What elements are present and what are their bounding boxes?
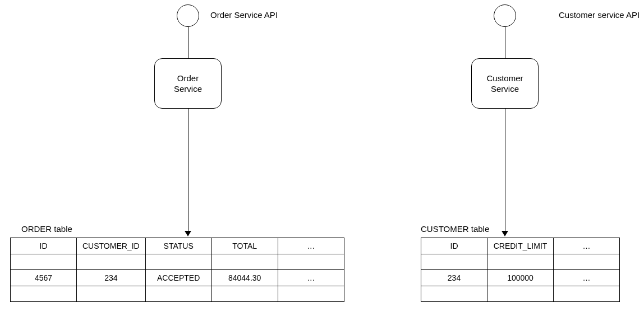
table-row bbox=[421, 286, 620, 302]
table-row bbox=[421, 254, 620, 270]
customer-cell-more: … bbox=[554, 270, 620, 286]
order-header-status: STATUS bbox=[145, 238, 211, 254]
order-api-connector bbox=[188, 27, 188, 58]
order-api-label: Order Service API bbox=[210, 10, 278, 20]
order-cell-id: 4567 bbox=[11, 270, 77, 286]
customer-cell-id: 234 bbox=[421, 270, 487, 286]
customer-table-title: CUSTOMER table bbox=[421, 224, 489, 234]
order-service-box: Order Service bbox=[154, 58, 222, 109]
order-header-total: TOTAL bbox=[211, 238, 278, 254]
order-cell-more: … bbox=[278, 270, 344, 286]
customer-api-lollipop-icon bbox=[494, 4, 516, 27]
customer-header-more: … bbox=[554, 238, 620, 254]
order-cell-total: 84044.30 bbox=[211, 270, 278, 286]
order-header-id: ID bbox=[11, 238, 77, 254]
order-table-title: ORDER table bbox=[21, 224, 72, 234]
customer-api-label: Customer service API bbox=[559, 10, 640, 20]
customer-service-box: Customer Service bbox=[471, 58, 539, 109]
table-header-row: ID CREDIT_LIMIT … bbox=[421, 238, 620, 254]
order-table: ID CUSTOMER_ID STATUS TOTAL … 4567 234 A… bbox=[10, 238, 344, 302]
table-row bbox=[11, 254, 344, 270]
customer-table: ID CREDIT_LIMIT … 234 100000 … bbox=[421, 238, 620, 302]
order-header-more: … bbox=[278, 238, 344, 254]
order-api-lollipop-icon bbox=[177, 4, 199, 27]
customer-header-id: ID bbox=[421, 238, 487, 254]
table-row bbox=[11, 286, 344, 302]
order-service-to-table-arrowhead bbox=[185, 231, 191, 236]
customer-cell-credit-limit: 100000 bbox=[487, 270, 554, 286]
order-cell-customer-id: 234 bbox=[77, 270, 146, 286]
customer-service-to-table-line bbox=[505, 109, 505, 231]
customer-header-credit-limit: CREDIT_LIMIT bbox=[487, 238, 554, 254]
table-row: 234 100000 … bbox=[421, 270, 620, 286]
customer-api-connector bbox=[505, 27, 505, 58]
order-cell-status: ACCEPTED bbox=[145, 270, 211, 286]
table-row: 4567 234 ACCEPTED 84044.30 … bbox=[11, 270, 344, 286]
table-header-row: ID CUSTOMER_ID STATUS TOTAL … bbox=[11, 238, 344, 254]
order-header-customer-id: CUSTOMER_ID bbox=[77, 238, 146, 254]
order-service-to-table-line bbox=[188, 109, 188, 231]
customer-service-to-table-arrowhead bbox=[502, 231, 508, 236]
